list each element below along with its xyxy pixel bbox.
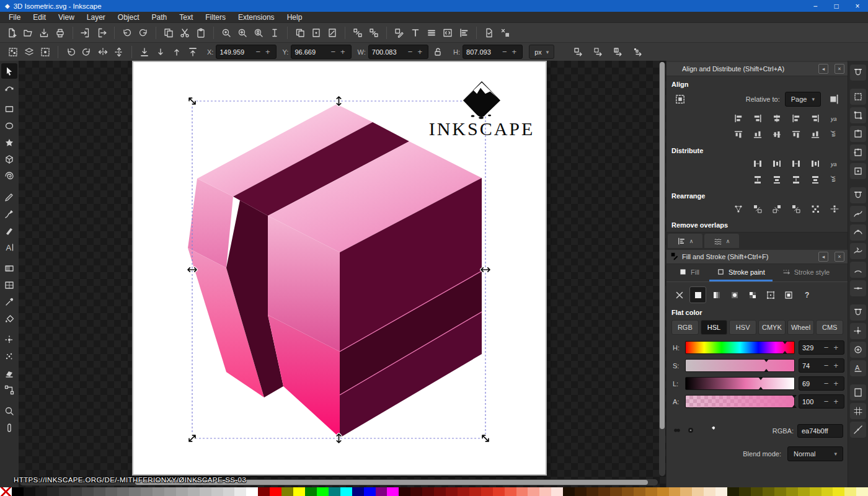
plus-button[interactable]: + <box>510 48 520 56</box>
palette-swatch[interactable] <box>669 487 681 496</box>
tab-stroke-style[interactable]: Stroke style <box>775 268 837 281</box>
colormode-cms[interactable]: CMS <box>816 320 843 335</box>
minus-button[interactable]: − <box>405 48 415 56</box>
palette-swatch[interactable] <box>505 487 516 496</box>
saturation-slider[interactable] <box>685 359 795 372</box>
xml-editor-button[interactable] <box>440 25 456 41</box>
spiral-tool-button[interactable] <box>1 168 17 184</box>
palette-swatch[interactable] <box>786 487 798 496</box>
ellipse-tool-button[interactable] <box>1 118 17 133</box>
lower-one-button[interactable] <box>153 44 169 60</box>
radial-gradient-paint-button[interactable] <box>727 287 742 303</box>
h-field[interactable]: 807.093−+ <box>463 45 523 59</box>
mesh-paint-button[interactable] <box>763 287 778 303</box>
document-page[interactable]: INKSCAPE <box>133 62 546 474</box>
plus-button[interactable]: + <box>831 397 841 405</box>
pattern-paint-button[interactable] <box>745 287 760 303</box>
palette-swatch[interactable] <box>622 487 634 496</box>
rearrange-graph-button[interactable] <box>731 202 746 216</box>
plus-button[interactable]: + <box>415 48 425 56</box>
palette-swatch[interactable] <box>35 487 47 496</box>
snap-object-centers-button[interactable] <box>850 323 866 339</box>
colormode-wheel[interactable]: Wheel <box>787 320 815 335</box>
zoom-page-button[interactable] <box>250 25 267 41</box>
minimize-button[interactable]: − <box>805 0 826 12</box>
palette-swatch[interactable] <box>141 487 153 496</box>
vertical-scrollbar[interactable] <box>659 62 665 476</box>
hue-slider[interactable] <box>685 341 795 354</box>
palette-swatch[interactable] <box>634 487 645 496</box>
palette-swatch[interactable] <box>469 487 481 496</box>
palette-swatch[interactable] <box>739 487 751 496</box>
snap-bbox-button[interactable] <box>850 89 866 105</box>
cut-button[interactable] <box>177 25 193 41</box>
y-field[interactable]: 96.669−+ <box>291 45 351 59</box>
palette-swatch[interactable] <box>305 487 317 496</box>
plus-button[interactable]: + <box>831 361 841 370</box>
paste-button[interactable] <box>193 25 209 41</box>
palette-swatch[interactable] <box>352 487 364 496</box>
palette-swatch[interactable] <box>763 487 774 496</box>
alpha-slider[interactable] <box>685 395 795 408</box>
maximize-button[interactable]: □ <box>826 0 847 12</box>
colormode-cmyk[interactable]: CMYK <box>758 320 786 335</box>
tab-fill[interactable]: Fill <box>671 268 707 281</box>
zoom-tool-tool-button[interactable] <box>1 403 17 418</box>
palette-swatch[interactable] <box>587 487 598 496</box>
tweak-tool-button[interactable] <box>1 332 17 347</box>
selection-scale-handle[interactable] <box>481 268 490 272</box>
treat-as-group-button[interactable] <box>671 91 689 108</box>
palette-swatch[interactable] <box>704 487 715 496</box>
close-button[interactable]: × <box>847 0 868 12</box>
spray-tool-button[interactable] <box>1 348 17 364</box>
snap-path-intersections-button[interactable] <box>850 206 866 222</box>
lightness-slider[interactable] <box>685 377 795 390</box>
palette-swatch[interactable] <box>598 487 610 496</box>
palette-swatch[interactable] <box>844 487 856 496</box>
distribute-text-horizontal-button[interactable]: ya <box>827 156 842 171</box>
exchange-clockwise-button[interactable] <box>789 202 804 216</box>
rotate-ccw-button[interactable] <box>63 44 79 60</box>
undo-button[interactable] <box>119 25 135 41</box>
plus-button[interactable]: + <box>831 343 841 352</box>
palette-swatch[interactable] <box>458 487 469 496</box>
pick-color-button[interactable] <box>706 425 716 436</box>
zoom-drawing-button[interactable] <box>234 25 250 41</box>
palette-swatch[interactable] <box>822 487 833 496</box>
palette-swatch[interactable] <box>493 487 505 496</box>
palette-swatch[interactable] <box>516 487 528 496</box>
preferences-button[interactable] <box>497 25 513 41</box>
fill-stroke-dialog-button[interactable] <box>391 25 407 41</box>
palette-swatch[interactable] <box>376 487 388 496</box>
create-clone-button[interactable] <box>308 25 324 41</box>
palette-swatch[interactable] <box>539 487 551 496</box>
objects-collapsed-tab[interactable]: ∧ <box>704 234 739 248</box>
w-field[interactable]: 700.083−+ <box>368 45 428 59</box>
palette-swatch[interactable] <box>810 487 822 496</box>
selection-scale-handle[interactable] <box>188 434 197 443</box>
pencil-tool-button[interactable] <box>1 189 17 205</box>
minus-button[interactable]: − <box>500 48 510 56</box>
align-text-vertical-button[interactable]: ya <box>827 127 842 142</box>
menu-view[interactable]: View <box>52 13 81 22</box>
mesh-gradient-tool-button[interactable] <box>1 277 17 293</box>
flip-horizontal-button[interactable] <box>95 44 111 60</box>
align-text-horizontal-button[interactable]: ya <box>827 111 842 126</box>
palette-swatch[interactable] <box>575 487 587 496</box>
unknown-paint-button[interactable]: ? <box>799 287 814 303</box>
randomize-centers-button[interactable] <box>808 202 823 216</box>
rotate-cw-button[interactable] <box>79 44 95 60</box>
palette-swatch[interactable] <box>364 487 376 496</box>
selection-scale-handle[interactable] <box>188 97 197 105</box>
raise-one-button[interactable] <box>169 44 185 60</box>
palette-swatch[interactable] <box>856 487 868 496</box>
align-panel-undock-button[interactable]: ◂ <box>818 64 828 74</box>
align-center-horizontal-button[interactable] <box>769 111 784 126</box>
exchange-in-stacking-order-button[interactable] <box>769 202 784 216</box>
align-top-edge-to-bottom-anchor-button[interactable] <box>808 127 823 142</box>
palette-swatch[interactable] <box>446 487 458 496</box>
palette-swatch[interactable] <box>258 487 270 496</box>
palette-swatch[interactable] <box>563 487 575 496</box>
x-field[interactable]: 149.959−+ <box>216 45 276 59</box>
move-as-group-button[interactable] <box>826 91 842 108</box>
